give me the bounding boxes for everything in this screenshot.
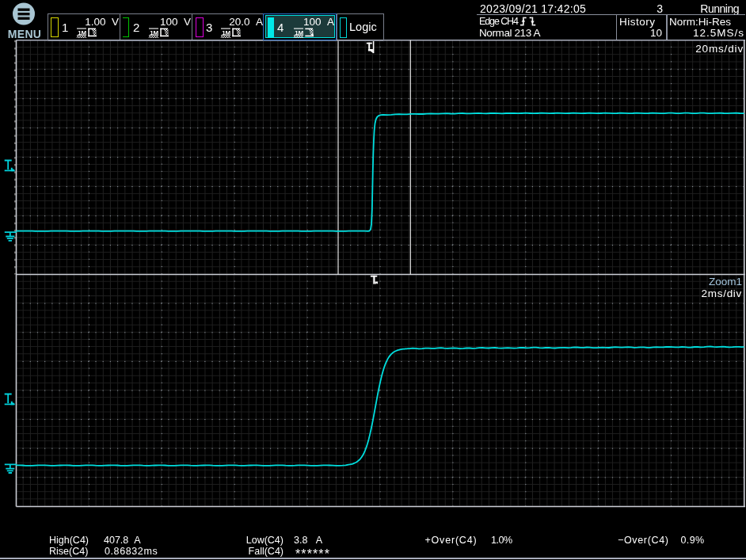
svg-text:1M: 1M bbox=[295, 29, 303, 36]
svg-text:1M: 1M bbox=[78, 29, 86, 36]
svg-text:1M: 1M bbox=[222, 29, 230, 36]
svg-text:1M: 1M bbox=[150, 29, 158, 36]
